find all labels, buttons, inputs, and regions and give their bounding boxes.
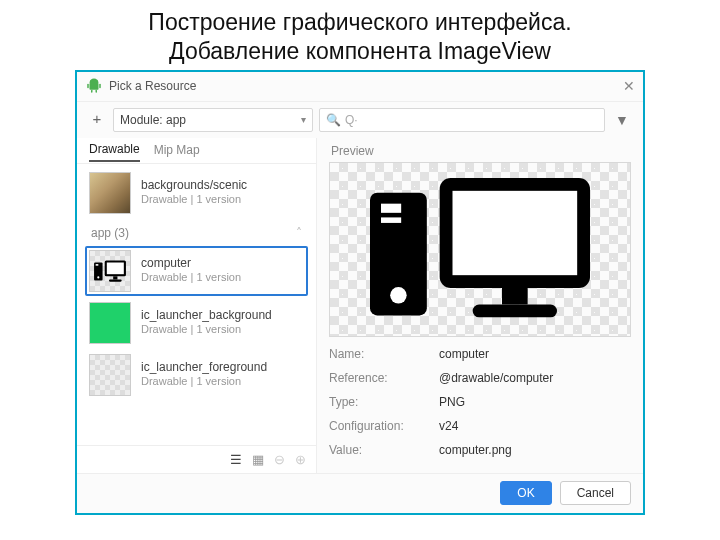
dialog-titlebar: Pick a Resource ✕ xyxy=(77,72,643,102)
preview-heading: Preview xyxy=(331,144,631,158)
resource-type-tabs: Drawable Mip Map xyxy=(77,138,316,164)
list-item-icfg[interactable]: ic_launcher_foreground Drawable | 1 vers… xyxy=(85,350,308,400)
list-item-meta: computer Drawable | 1 version xyxy=(141,256,241,285)
list-view-icon[interactable]: ☰ xyxy=(230,452,242,467)
detail-val-value: computer.png xyxy=(439,443,631,457)
dialog-body: Drawable Mip Map backgrounds/scenic Draw… xyxy=(77,138,643,473)
svg-rect-8 xyxy=(96,264,99,266)
svg-rect-15 xyxy=(381,203,401,212)
slide-title-line1: Построение графического интерфейса. xyxy=(148,9,571,35)
svg-rect-21 xyxy=(473,304,557,317)
dialog-buttons: OK Cancel xyxy=(77,473,643,513)
detail-val-name: computer xyxy=(439,347,631,361)
chevron-up-icon: ˄ xyxy=(296,226,302,240)
resource-picker-dialog: Pick a Resource ✕ + Module: app ▾ 🔍 Q· ▼… xyxy=(75,70,645,515)
svg-rect-4 xyxy=(99,84,101,89)
detail-key-type: Type: xyxy=(329,395,439,409)
zoom-in-icon[interactable]: ⊕ xyxy=(295,452,306,467)
close-icon[interactable]: ✕ xyxy=(623,78,635,94)
svg-rect-2 xyxy=(90,83,99,90)
search-placeholder: Q· xyxy=(345,113,358,127)
list-item-scenic[interactable]: backgrounds/scenic Drawable | 1 version xyxy=(85,168,308,218)
add-resource-button[interactable]: + xyxy=(87,110,107,130)
svg-rect-13 xyxy=(109,279,122,281)
detail-val-config: v24 xyxy=(439,419,631,433)
list-item-computer[interactable]: computer Drawable | 1 version xyxy=(85,246,308,296)
item-sub: Drawable | 1 version xyxy=(141,323,272,337)
thumbnail-icfg xyxy=(89,354,131,396)
preview-computer-icon xyxy=(360,167,600,332)
android-icon xyxy=(85,77,103,95)
module-dropdown-label: Module: app xyxy=(120,113,186,127)
item-sub: Drawable | 1 version xyxy=(141,193,247,207)
preview-image-box xyxy=(329,162,631,337)
grid-view-icon[interactable]: ▦ xyxy=(252,452,264,467)
list-item-meta: ic_launcher_background Drawable | 1 vers… xyxy=(141,308,272,337)
resource-list: backgrounds/scenic Drawable | 1 version … xyxy=(77,164,316,445)
chevron-down-icon: ▾ xyxy=(301,114,306,125)
thumbnail-scenic xyxy=(89,172,131,214)
detail-key-ref: Reference: xyxy=(329,371,439,385)
detail-val-ref: @drawable/computer xyxy=(439,371,631,385)
search-input[interactable]: 🔍 Q· xyxy=(319,108,605,132)
zoom-out-icon[interactable]: ⊖ xyxy=(274,452,285,467)
resource-details: Name: computer Reference: @drawable/comp… xyxy=(329,347,631,457)
list-item-meta: backgrounds/scenic Drawable | 1 version xyxy=(141,178,247,207)
tab-drawable[interactable]: Drawable xyxy=(89,142,140,162)
item-name: computer xyxy=(141,256,241,271)
svg-point-9 xyxy=(97,276,99,278)
dialog-toolbar: + Module: app ▾ 🔍 Q· ▼ xyxy=(77,102,643,138)
preview-panel: Preview xyxy=(317,138,643,473)
slide-title-line2: Добавление компонента ImageView xyxy=(169,38,551,64)
list-item-icbg[interactable]: ic_launcher_background Drawable | 1 vers… xyxy=(85,298,308,348)
svg-rect-16 xyxy=(381,217,401,223)
svg-rect-11 xyxy=(107,262,124,274)
detail-key-config: Configuration: xyxy=(329,419,439,433)
detail-key-name: Name: xyxy=(329,347,439,361)
detail-key-value: Value: xyxy=(329,443,439,457)
item-name: ic_launcher_background xyxy=(141,308,272,323)
resource-list-panel: Drawable Mip Map backgrounds/scenic Draw… xyxy=(77,138,317,473)
section-header-label: app (3) xyxy=(91,226,129,240)
module-dropdown[interactable]: Module: app ▾ xyxy=(113,108,313,132)
svg-rect-20 xyxy=(502,288,528,305)
filter-icon[interactable]: ▼ xyxy=(611,112,633,128)
svg-rect-12 xyxy=(113,276,117,279)
section-header-app[interactable]: app (3) ˄ xyxy=(85,220,308,246)
list-item-meta: ic_launcher_foreground Drawable | 1 vers… xyxy=(141,360,267,389)
tab-mipmap[interactable]: Mip Map xyxy=(154,143,200,161)
list-view-toolbar: ☰ ▦ ⊖ ⊕ xyxy=(77,445,316,473)
item-sub: Drawable | 1 version xyxy=(141,271,241,285)
cancel-button[interactable]: Cancel xyxy=(560,481,631,505)
slide-title: Построение графического интерфейса. Доба… xyxy=(0,0,720,68)
svg-rect-3 xyxy=(87,84,89,89)
computer-icon xyxy=(93,257,127,285)
search-icon: 🔍 xyxy=(326,113,341,127)
dialog-title: Pick a Resource xyxy=(109,79,623,93)
item-sub: Drawable | 1 version xyxy=(141,375,267,389)
thumbnail-computer xyxy=(89,250,131,292)
thumbnail-icbg xyxy=(89,302,131,344)
svg-rect-6 xyxy=(96,90,98,93)
item-name: backgrounds/scenic xyxy=(141,178,247,193)
ok-button[interactable]: OK xyxy=(500,481,551,505)
svg-point-17 xyxy=(390,287,407,303)
svg-rect-5 xyxy=(91,90,93,93)
svg-rect-19 xyxy=(453,190,578,274)
item-name: ic_launcher_foreground xyxy=(141,360,267,375)
detail-val-type: PNG xyxy=(439,395,631,409)
